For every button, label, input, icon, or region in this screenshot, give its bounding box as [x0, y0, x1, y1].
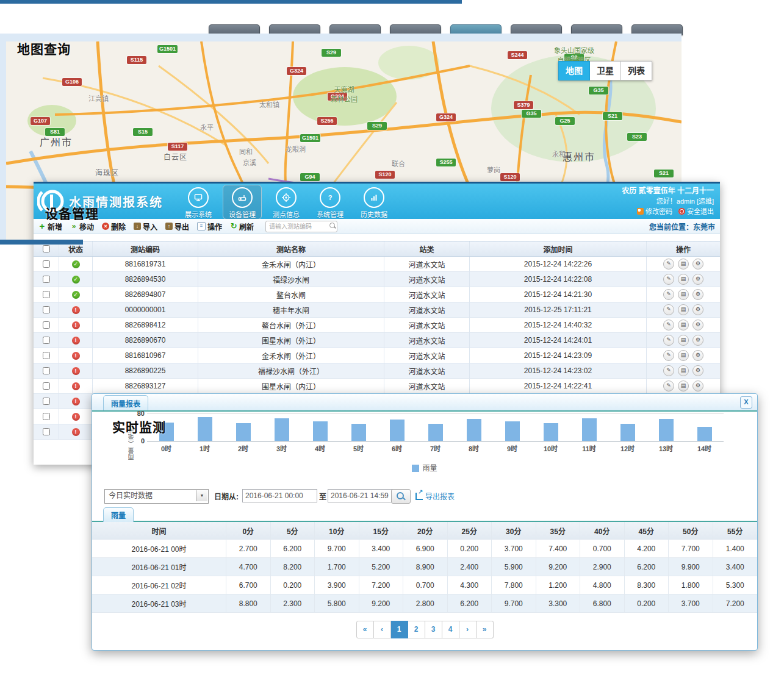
ops-cell: ✎▤⚙: [647, 333, 720, 348]
status-cell: !: [59, 379, 93, 393]
row-checkbox[interactable]: [43, 260, 50, 268]
cell-value: 1.700: [315, 558, 359, 576]
delete-row-button[interactable]: ▤: [678, 335, 689, 346]
pagination-button[interactable]: »: [477, 621, 494, 638]
edit-button[interactable]: ✎: [663, 289, 674, 300]
nav-item-history-data[interactable]: 历史数据: [354, 185, 394, 220]
settings-button[interactable]: ⚙: [692, 259, 703, 270]
road-shield: G35: [589, 87, 608, 95]
settings-button[interactable]: ⚙: [692, 304, 703, 315]
edit-button[interactable]: ✎: [663, 381, 674, 391]
tab-rainfall[interactable]: 雨量: [103, 507, 134, 522]
settings-button[interactable]: ⚙: [692, 365, 703, 376]
pagination-button[interactable]: 3: [425, 621, 442, 638]
road-shield: G1501: [157, 45, 178, 53]
pagination-button[interactable]: 2: [408, 621, 425, 638]
nav-item-display-system[interactable]: 展示系统: [179, 185, 218, 220]
settings-button[interactable]: ⚙: [692, 350, 703, 361]
import-button[interactable]: ↓导入: [134, 221, 157, 232]
cell-name: 围星水闸（内江）: [198, 379, 384, 393]
status-cell: !: [59, 333, 93, 348]
delete-row-button[interactable]: ▤: [678, 289, 689, 300]
edit-button[interactable]: ✎: [663, 320, 674, 330]
settings-button[interactable]: ⚙: [692, 381, 703, 391]
refresh-button[interactable]: ↻刷新: [230, 221, 254, 232]
nav-item-device-management[interactable]: 设备管理: [223, 185, 262, 220]
table-row: !8826898412鳌台水闸（外江）河道水文站2015-12-24 14:40…: [34, 318, 720, 333]
settings-button[interactable]: ⚙: [692, 320, 703, 330]
edit-button[interactable]: ✎: [663, 350, 674, 361]
row-checkbox[interactable]: [43, 306, 50, 313]
cell-value: 4.700: [226, 558, 271, 576]
data-mode-select[interactable]: 今日实时数据 ▼: [104, 489, 209, 504]
delete-row-button[interactable]: ▤: [678, 259, 689, 270]
delete-row-button[interactable]: ▤: [678, 274, 689, 285]
edit-button[interactable]: ✎: [663, 259, 674, 270]
select-all-checkbox[interactable]: [43, 245, 50, 252]
delete-button[interactable]: ×删除: [102, 221, 126, 232]
edit-button[interactable]: ✎: [663, 365, 674, 376]
delete-row-button[interactable]: ▤: [678, 304, 689, 315]
pagination-current[interactable]: 1: [391, 621, 408, 638]
row-checkbox[interactable]: [43, 398, 50, 405]
delete-row-button[interactable]: ▤: [678, 365, 689, 376]
row-checkbox[interactable]: [43, 382, 50, 390]
cell-value: 1.800: [669, 576, 713, 594]
delete-row-button[interactable]: ▤: [678, 320, 689, 330]
row-checkbox[interactable]: [43, 367, 50, 374]
column-header: 55分: [713, 522, 758, 539]
map-view-button[interactable]: 卫星: [590, 61, 621, 80]
nav-item-station-info[interactable]: 测点信息: [267, 185, 306, 220]
row-checkbox[interactable]: [43, 337, 50, 344]
change-password-link[interactable]: 修改密码: [646, 208, 672, 215]
edit-button[interactable]: ✎: [663, 335, 674, 346]
logout-link[interactable]: 安全退出: [687, 208, 714, 215]
row-checkbox[interactable]: [43, 428, 50, 435]
map-place-label: 联合: [392, 159, 405, 168]
map-view-button[interactable]: 地图: [558, 61, 590, 80]
row-checkbox[interactable]: [43, 321, 50, 329]
export-report-link[interactable]: 导出报表: [415, 491, 455, 501]
station-search-input[interactable]: [265, 221, 337, 232]
system-header: 水雨情测报系统 展示系统 设备管理: [34, 184, 720, 219]
map-place-label: 太和镇: [259, 99, 279, 109]
operate-button[interactable]: ≡操作: [197, 221, 222, 232]
edit-button[interactable]: ✎: [663, 274, 674, 285]
delete-row-button[interactable]: ▤: [678, 381, 689, 391]
cell-type: 河道水文站: [384, 333, 470, 348]
road-shield: S120: [500, 173, 520, 181]
pagination-button[interactable]: ‹: [374, 621, 391, 638]
tab-rainfall-report[interactable]: 雨量报表: [103, 395, 148, 410]
export-button[interactable]: ↑导出: [165, 221, 189, 232]
row-checkbox[interactable]: [43, 413, 50, 420]
settings-button[interactable]: ⚙: [692, 274, 703, 285]
pagination-button[interactable]: ›: [459, 621, 477, 638]
close-icon[interactable]: X: [740, 396, 752, 409]
chart-bar: [390, 420, 405, 441]
delete-row-button[interactable]: ▤: [678, 350, 689, 361]
add-button[interactable]: +新增: [38, 221, 62, 232]
settings-button[interactable]: ⚙: [692, 335, 703, 346]
map-place-label: 江高镇: [88, 93, 109, 103]
checkbox-cell: [34, 257, 59, 271]
row-checkbox[interactable]: [43, 352, 50, 359]
road-shield: S21: [603, 112, 622, 120]
nav-item-system-management[interactable]: ? 系统管理: [311, 185, 350, 220]
row-checkbox[interactable]: [43, 276, 50, 283]
column-header: 测站名称: [198, 241, 384, 256]
row-checkbox[interactable]: [43, 291, 50, 298]
pagination-button[interactable]: 4: [442, 621, 459, 638]
cell-type: 河道水文站: [384, 348, 470, 363]
map-view-button[interactable]: 列表: [621, 61, 652, 80]
cell-code: 0000000001: [93, 302, 198, 317]
import-icon: ↓: [134, 223, 141, 230]
search-button[interactable]: [391, 489, 411, 504]
cell-type: 河道水文站: [384, 318, 470, 332]
map-place-label: 广州市: [40, 134, 73, 149]
move-button[interactable]: »移动: [70, 221, 94, 232]
pagination-button[interactable]: «: [356, 621, 374, 638]
settings-button[interactable]: ⚙: [692, 289, 703, 300]
date-from-input[interactable]: [242, 489, 317, 502]
cell-value: 9.700: [315, 540, 359, 557]
edit-button[interactable]: ✎: [663, 304, 674, 315]
